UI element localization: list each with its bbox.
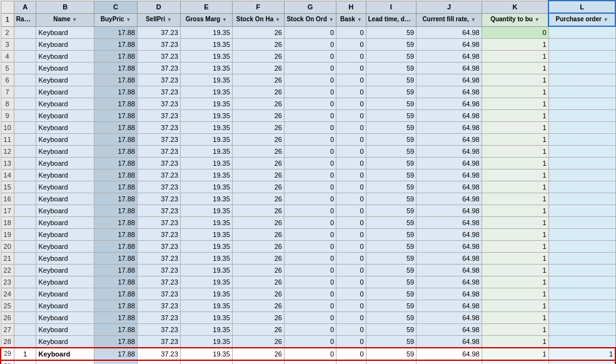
cell-a[interactable] — [14, 323, 36, 335]
cell-c[interactable]: 17.88 — [94, 288, 138, 300]
cell-g[interactable]: 0 — [284, 360, 336, 365]
cell-i[interactable]: 59 — [366, 181, 417, 193]
cell-l[interactable] — [548, 38, 615, 50]
cell-k[interactable]: 1 — [482, 228, 548, 240]
table-row[interactable]: 5 Keyboard 17.88 37.23 19.35 26 0 0 59 6… — [1, 62, 615, 74]
cell-b[interactable]: Keyboard — [36, 335, 94, 348]
col-header-h[interactable]: H — [336, 1, 366, 13]
cell-d[interactable]: 37.23 — [137, 193, 180, 205]
table-row[interactable]: 2 Keyboard 17.88 37.23 19.35 26 0 0 59 6… — [1, 26, 615, 38]
table-row[interactable]: 15 Keyboard 17.88 37.23 19.35 26 0 0 59 … — [1, 181, 615, 193]
cell-f[interactable]: 26 — [232, 335, 284, 348]
cell-b[interactable]: Keyboard — [36, 323, 94, 335]
cell-f[interactable]: 26 — [232, 145, 284, 157]
cell-i[interactable]: 59 — [366, 86, 417, 98]
cell-f[interactable]: 26 — [232, 228, 284, 240]
cell-b[interactable]: Keyboard — [36, 145, 94, 157]
col-header-e[interactable]: E — [180, 1, 232, 13]
table-row[interactable]: 6 Keyboard 17.88 37.23 19.35 26 0 0 59 6… — [1, 74, 615, 86]
cell-b[interactable]: Keyboard — [36, 133, 94, 145]
cell-g[interactable]: 0 — [284, 228, 336, 240]
cell-c[interactable]: 17.88 — [94, 145, 138, 157]
cell-b[interactable]: Keyboard — [36, 311, 94, 323]
col-header-k[interactable]: K — [482, 1, 548, 13]
cell-a[interactable] — [14, 86, 36, 98]
cell-j[interactable]: 64.98 — [417, 169, 482, 181]
cell-i[interactable]: 59 — [366, 193, 417, 205]
cell-e[interactable]: 19.35 — [180, 62, 232, 74]
table-row[interactable]: 7 Keyboard 17.88 37.23 19.35 26 0 0 59 6… — [1, 86, 615, 98]
cell-d[interactable]: 37.23 — [137, 50, 180, 62]
cell-j[interactable]: 64.98 — [417, 50, 482, 62]
cell-l[interactable] — [548, 98, 615, 109]
cell-b[interactable]: Keyboard — [36, 264, 94, 276]
cell-i[interactable]: 59 — [366, 121, 417, 133]
cell-j[interactable]: 64.98 — [417, 335, 482, 348]
cell-h[interactable]: 0 — [336, 252, 366, 264]
col-l-dropdown[interactable]: ▼ — [603, 17, 608, 23]
cell-b[interactable]: Keyboard — [36, 26, 94, 38]
cell-j[interactable]: 64.98 — [417, 86, 482, 98]
cell-k[interactable]: 1 — [482, 62, 548, 74]
cell-a[interactable] — [14, 26, 36, 38]
cell-d[interactable]: 37.23 — [137, 181, 180, 193]
cell-g[interactable]: 0 — [284, 335, 336, 348]
cell-h[interactable]: 0 — [336, 205, 366, 216]
cell-e[interactable]: 19.35 — [180, 98, 232, 109]
cell-g[interactable]: 0 — [284, 311, 336, 323]
cell-k[interactable]: 1 — [482, 252, 548, 264]
cell-d[interactable]: 37.23 — [137, 311, 180, 323]
cell-a[interactable] — [14, 145, 36, 157]
cell-d[interactable]: 37.23 — [137, 74, 180, 86]
cell-b[interactable]: Keyboard — [36, 181, 94, 193]
table-row[interactable]: 19 Keyboard 17.88 37.23 19.35 26 0 0 59 … — [1, 228, 615, 240]
cell-j[interactable]: 64.98 — [417, 62, 482, 74]
cell-f[interactable]: 26 — [232, 50, 284, 62]
cell-c[interactable]: 17.88 — [94, 264, 138, 276]
col-header-a[interactable]: A — [14, 1, 36, 13]
col-header-d[interactable]: D — [137, 1, 180, 13]
cell-g[interactable]: 0 — [284, 121, 336, 133]
cell-d[interactable]: 37.23 — [137, 98, 180, 109]
cell-a[interactable]: 2 — [14, 360, 36, 365]
cell-e[interactable]: 19.35 — [180, 86, 232, 98]
table-row[interactable]: 22 Keyboard 17.88 37.23 19.35 26 0 0 59 … — [1, 264, 615, 276]
cell-j[interactable]: 64.98 — [417, 145, 482, 157]
cell-h[interactable]: 0 — [336, 335, 366, 348]
cell-e[interactable]: 19.35 — [180, 335, 232, 348]
cell-b[interactable]: Keyboard — [36, 205, 94, 216]
cell-j[interactable]: 64.98 — [417, 240, 482, 252]
cell-d[interactable]: 37.23 — [137, 62, 180, 74]
cell-f[interactable]: 26 — [232, 264, 284, 276]
cell-l[interactable] — [548, 109, 615, 121]
col-g-dropdown[interactable]: ▼ — [329, 17, 334, 23]
cell-k[interactable]: 1 — [482, 133, 548, 145]
cell-c[interactable]: 17.88 — [94, 181, 138, 193]
cell-l[interactable] — [548, 86, 615, 98]
cell-j[interactable]: 64.98 — [417, 360, 482, 365]
cell-j[interactable]: 64.98 — [417, 323, 482, 335]
cell-e[interactable]: 19.35 — [180, 348, 232, 360]
cell-h[interactable]: 0 — [336, 133, 366, 145]
cell-k[interactable]: 0 — [482, 26, 548, 38]
cell-d[interactable]: 37.23 — [137, 169, 180, 181]
table-row[interactable]: 27 Keyboard 17.88 37.23 19.35 26 0 0 59 … — [1, 323, 615, 335]
table-row[interactable]: 28 Keyboard 17.88 37.23 19.35 26 0 0 59 … — [1, 335, 615, 348]
cell-d[interactable]: 37.23 — [137, 86, 180, 98]
cell-g[interactable]: 0 — [284, 169, 336, 181]
cell-k[interactable]: 1 — [482, 145, 548, 157]
cell-i[interactable]: 59 — [366, 311, 417, 323]
cell-i[interactable]: 59 — [366, 323, 417, 335]
cell-f[interactable]: 26 — [232, 26, 284, 38]
cell-g[interactable]: 0 — [284, 74, 336, 86]
cell-g[interactable]: 0 — [284, 181, 336, 193]
cell-i[interactable]: 59 — [366, 169, 417, 181]
cell-j[interactable]: 64.98 — [417, 288, 482, 300]
cell-b[interactable]: Keyboard — [36, 86, 94, 98]
table-row[interactable]: 25 Keyboard 17.88 37.23 19.35 26 0 0 59 … — [1, 300, 615, 311]
cell-g[interactable]: 0 — [284, 216, 336, 228]
table-row[interactable]: 11 Keyboard 17.88 37.23 19.35 26 0 0 59 … — [1, 133, 615, 145]
cell-i[interactable]: 59 — [366, 145, 417, 157]
cell-l[interactable] — [548, 288, 615, 300]
cell-i[interactable]: 59 — [366, 98, 417, 109]
